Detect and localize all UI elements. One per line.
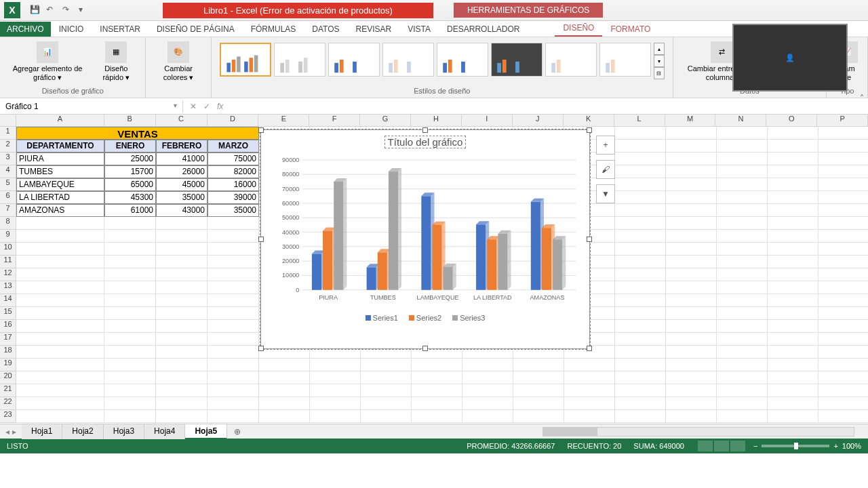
col-header-J[interactable]: J — [513, 115, 564, 127]
zoom-in-button[interactable]: + — [833, 442, 837, 450]
cell[interactable] — [615, 371, 666, 384]
row-header-7[interactable]: 7 — [0, 204, 16, 217]
chart-handle-e[interactable] — [587, 237, 592, 242]
cell[interactable] — [208, 243, 259, 256]
sheet-nav-prev[interactable]: ◂ — [5, 427, 9, 436]
cell[interactable]: 25000 — [104, 152, 156, 165]
cell[interactable]: TUMBES — [16, 165, 104, 178]
col-header-O[interactable]: O — [766, 115, 817, 127]
row-header-4[interactable]: 4 — [0, 165, 16, 178]
cell[interactable] — [717, 256, 768, 268]
cell[interactable] — [666, 359, 717, 371]
cell[interactable] — [412, 371, 462, 384]
cell[interactable] — [666, 346, 717, 359]
cell[interactable] — [16, 359, 104, 371]
cell[interactable] — [818, 346, 868, 359]
cell[interactable] — [768, 359, 818, 371]
cell[interactable] — [615, 230, 666, 243]
cell[interactable] — [818, 191, 868, 204]
fx-icon[interactable]: fx — [217, 102, 223, 111]
cell[interactable] — [768, 152, 818, 165]
cell[interactable] — [156, 256, 208, 268]
tab-desarrollador[interactable]: Desarrollador — [439, 22, 528, 37]
tab-diseno-pagina[interactable]: DISEÑO DE PÁGINA — [149, 22, 243, 37]
cell[interactable] — [666, 371, 717, 384]
zoom-out-button[interactable]: − — [753, 442, 757, 450]
cell[interactable] — [208, 346, 259, 359]
cell[interactable] — [208, 294, 259, 307]
row-header-17[interactable]: 17 — [0, 333, 16, 346]
cell[interactable] — [513, 397, 564, 410]
col-header-F[interactable]: F — [309, 115, 360, 127]
row-header-14[interactable]: 14 — [0, 294, 16, 307]
col-header-I[interactable]: I — [462, 115, 513, 127]
col-header-G[interactable]: G — [360, 115, 411, 127]
cell[interactable] — [513, 359, 564, 371]
cell[interactable] — [16, 320, 104, 333]
cell[interactable]: 39000 — [208, 191, 259, 204]
select-all-cell[interactable] — [0, 115, 16, 127]
row-header-18[interactable]: 18 — [0, 346, 16, 359]
cell[interactable] — [16, 384, 104, 397]
sheet-tab-hoja5[interactable]: Hoja5 — [185, 424, 227, 439]
row-header-2[interactable]: 2 — [0, 140, 16, 152]
zoom-level[interactable]: 100% — [842, 442, 861, 450]
cell[interactable] — [818, 359, 868, 371]
cell[interactable] — [156, 307, 208, 320]
cell[interactable]: AMAZONAS — [16, 204, 104, 217]
cell[interactable] — [615, 165, 666, 178]
cell[interactable] — [818, 333, 868, 346]
cell[interactable] — [16, 307, 104, 320]
cell[interactable] — [717, 127, 768, 140]
cell[interactable] — [717, 384, 768, 397]
cell[interactable] — [666, 320, 717, 333]
cell[interactable] — [156, 243, 208, 256]
cell[interactable]: 82000 — [208, 165, 259, 178]
cell[interactable] — [768, 178, 818, 191]
cell[interactable] — [717, 307, 768, 320]
cell[interactable] — [717, 397, 768, 410]
cell[interactable] — [104, 307, 156, 320]
cell[interactable] — [16, 333, 104, 346]
row-header-16[interactable]: 16 — [0, 320, 16, 333]
row-header-3[interactable]: 3 — [0, 152, 16, 165]
cell[interactable] — [768, 346, 818, 359]
sheet-tab-hoja4[interactable]: Hoja4 — [144, 424, 185, 439]
cell[interactable] — [156, 268, 208, 281]
horizontal-scrollbar[interactable] — [542, 427, 854, 436]
cell[interactable] — [513, 371, 564, 384]
col-header-C[interactable]: C — [156, 115, 208, 127]
cell[interactable] — [615, 243, 666, 256]
row-header-10[interactable]: 10 — [0, 243, 16, 256]
cell[interactable] — [259, 410, 310, 423]
tab-formato[interactable]: FORMATO — [602, 22, 658, 37]
cell[interactable] — [361, 397, 412, 410]
accept-formula-icon[interactable]: ✓ — [203, 102, 210, 111]
cell[interactable] — [666, 152, 717, 165]
cell[interactable] — [462, 384, 513, 397]
cell[interactable] — [615, 152, 666, 165]
cell[interactable] — [818, 384, 868, 397]
cell[interactable] — [615, 333, 666, 346]
cell[interactable] — [310, 371, 361, 384]
cell[interactable] — [615, 204, 666, 217]
cell[interactable] — [208, 333, 259, 346]
row-header-13[interactable]: 13 — [0, 281, 16, 294]
col-header-P[interactable]: P — [817, 115, 868, 127]
cell[interactable] — [818, 152, 868, 165]
row-header-1[interactable]: 1 — [0, 127, 16, 140]
cell[interactable] — [615, 410, 666, 423]
chart-handle-w[interactable] — [258, 237, 264, 242]
quick-layout-button[interactable]: ▦ Diseño rápido ▾ — [92, 40, 140, 83]
chart-title-text[interactable]: Título del gráfico — [384, 136, 467, 148]
cell[interactable] — [666, 243, 717, 256]
redo-icon[interactable]: ↷ — [62, 5, 73, 16]
cell[interactable] — [818, 256, 868, 268]
cell[interactable] — [615, 320, 666, 333]
cell[interactable] — [818, 307, 868, 320]
cell[interactable] — [818, 127, 868, 140]
view-page-break-button[interactable] — [730, 441, 745, 451]
cell[interactable] — [16, 346, 104, 359]
cell[interactable] — [412, 359, 462, 371]
cell[interactable] — [156, 346, 208, 359]
